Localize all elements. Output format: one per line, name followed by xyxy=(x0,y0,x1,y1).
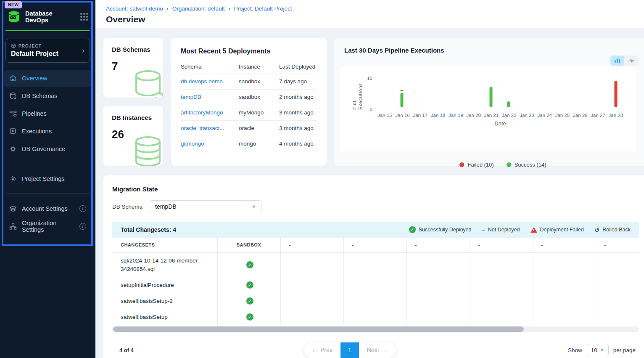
bar-failed xyxy=(401,90,404,91)
info-icon[interactable]: i xyxy=(79,223,86,230)
breadcrumb-project-link[interactable]: Project: Default Project xyxy=(234,5,292,12)
rollback-icon: ↺ xyxy=(594,227,600,233)
database-illustration-icon xyxy=(128,69,163,98)
sidebar-green-divider xyxy=(5,30,90,31)
home-icon xyxy=(9,74,17,82)
y-tick-0: 0 xyxy=(370,107,372,112)
legend-dot-icon xyxy=(507,162,511,167)
chart-type-toggle xyxy=(610,56,638,66)
recent-deployments-title: Most Recent 5 Deployments xyxy=(181,48,317,55)
deployment-schema-link[interactable]: db devops demo xyxy=(181,78,239,85)
breadcrumb-organization-link[interactable]: Organization: default xyxy=(172,5,225,12)
sidebar-item-label: Account Settings xyxy=(22,205,74,212)
bar-success xyxy=(507,101,510,107)
breadcrumb: Account: satwell-demo › Organization: de… xyxy=(106,5,644,12)
legend-rolled-back: ↺ Rolled Back xyxy=(594,227,631,233)
changeset-name: setupInitialProcedure xyxy=(121,281,211,289)
deployed-check-icon: ✓ xyxy=(246,261,253,268)
database-icon xyxy=(9,92,17,100)
main-area: Account: satwell-demo › Organization: de… xyxy=(95,0,644,358)
total-changesets-label: Total Changesets: 4 xyxy=(121,226,176,233)
deployment-last-deployed: 3 months ago xyxy=(279,125,317,131)
deployment-row: tempDB sandbox 2 months ago xyxy=(181,90,317,105)
breadcrumb-separator: › xyxy=(167,6,169,12)
prev-button[interactable]: ← Prev xyxy=(304,342,340,358)
x-tick-label: Jan 16 xyxy=(393,113,411,118)
legend-successfully-deployed: ✓ Successfully Deployed xyxy=(409,226,472,233)
per-page-label: per page xyxy=(613,347,636,353)
pipeline-executions-card: Last 30 Days Pipeline Executions xyxy=(334,38,644,166)
deployments-col-schema: Schema xyxy=(181,64,239,70)
x-tick-label: Jan 25 xyxy=(554,113,571,118)
changesets-legend: ✓ Successfully Deployed – Not Deployed !… xyxy=(409,226,631,233)
legend-label: Failed (10) xyxy=(467,162,494,168)
deployment-last-deployed: 7 days ago xyxy=(279,78,317,85)
db-schemas-card-title: DB Schemas xyxy=(112,46,163,53)
line-chart-toggle-icon[interactable] xyxy=(624,56,638,66)
db-schema-label: DB Schema xyxy=(112,204,143,210)
y-tick-10: 10 xyxy=(367,76,372,81)
changeset-row: satwell:basisSetup ✓ xyxy=(112,309,639,325)
schema-filter-row: DB Schema tempDB ▼ xyxy=(112,200,639,213)
show-label: Show xyxy=(568,347,582,353)
next-button[interactable]: Next → xyxy=(359,342,396,358)
legend-not-deployed: – Not Deployed xyxy=(482,227,520,233)
col-dash: - xyxy=(280,238,343,253)
warning-triangle-icon: ! xyxy=(531,227,537,233)
col-sandbox: SANDBOX xyxy=(217,238,280,253)
deployment-schema-link[interactable]: tempDB xyxy=(181,94,239,100)
horizontal-scrollbar[interactable] xyxy=(112,326,639,332)
changeset-row: satwell:basisSetup-2 ✓ xyxy=(112,293,639,309)
deployments-table-header: Schema Instance Last Deployed xyxy=(181,64,317,74)
deployment-instance: myMongo xyxy=(239,109,279,116)
scrollbar-thumb[interactable] xyxy=(113,326,524,332)
apps-grid-icon[interactable] xyxy=(80,13,88,21)
page-size-select[interactable]: 10 ▼ xyxy=(587,344,609,356)
col-dash: - xyxy=(406,238,470,253)
legend-label: Rolled Back xyxy=(602,227,631,233)
info-icon[interactable]: i xyxy=(79,205,86,212)
bar-chart-toggle-icon[interactable] xyxy=(610,56,624,66)
col-dash: - xyxy=(596,238,639,253)
x-tick-label: Jan 23 xyxy=(518,113,536,118)
sidebar-item-executions[interactable]: Executions xyxy=(4,123,91,140)
sidebar-item-pipelines[interactable]: Pipelines xyxy=(4,105,91,122)
sidebar-item-label: Pipelines xyxy=(22,110,86,117)
next-label: Next xyxy=(367,347,379,353)
chevron-down-icon: ▼ xyxy=(251,204,256,209)
changeset-row: setupInitialProcedure ✓ xyxy=(112,277,639,293)
sidebar-item-account-settings[interactable]: Account Settings i xyxy=(4,200,91,217)
legend-label: Successfully Deployed xyxy=(419,227,472,233)
sidebar-item-label: Executions xyxy=(22,128,86,135)
legend-label: Success (14) xyxy=(515,162,546,168)
pagination: 4 of 4 ← Prev 1 Next → Show xyxy=(112,342,639,358)
prev-label: Prev xyxy=(320,347,333,353)
sidebar-item-db-schemas[interactable]: DB Schemas xyxy=(4,88,91,104)
sidebar-item-overview[interactable]: Overview xyxy=(4,70,91,87)
deployment-schema-link[interactable]: gitmongo xyxy=(181,141,239,147)
col-changesets: CHANGESETS xyxy=(112,238,217,253)
sidebar-item-organization-settings[interactable]: Organization Settings i xyxy=(4,218,91,235)
chart-legend-item: Success (14) xyxy=(507,162,546,168)
sidebar-item-project-settings[interactable]: Project Settings xyxy=(4,170,91,187)
sidebar-item-label: DB Governance xyxy=(22,146,86,152)
breadcrumb-account-link[interactable]: Account: satwell-demo xyxy=(106,5,163,12)
bar-failed xyxy=(614,81,617,107)
deployment-last-deployed: 3 months ago xyxy=(279,109,317,116)
chart-plot-panel: # of Executions 10 0 Jan 15Jan 16Jan 17J… xyxy=(340,66,636,151)
sidebar-nav: Overview DB Schemas Pipelines xyxy=(4,70,91,157)
deployed-check-icon: ✓ xyxy=(246,297,253,305)
project-selector[interactable]: PROJECT Default Project › xyxy=(5,39,90,63)
deployment-schema-link[interactable]: oracle_transact... xyxy=(181,125,239,131)
deployment-row: db devops demo sandbox 7 days ago xyxy=(181,74,317,90)
legend-deployment-failed: ! Deployment Failed xyxy=(531,227,584,233)
sidebar-item-db-governance[interactable]: DB Governance xyxy=(4,141,91,157)
x-tick-label: Jan 19 xyxy=(447,113,465,118)
sidebar-item-label: Overview xyxy=(22,75,86,82)
migration-state-title: Migration State xyxy=(112,186,639,193)
db-schemas-card: DB Schemas 7 xyxy=(103,38,163,98)
db-schema-select[interactable]: tempDB ▼ xyxy=(150,200,261,213)
page-1-button[interactable]: 1 xyxy=(340,342,359,358)
x-tick-label: Jan 22 xyxy=(500,113,518,118)
deployment-schema-link[interactable]: artifactoryMongo xyxy=(181,109,239,116)
